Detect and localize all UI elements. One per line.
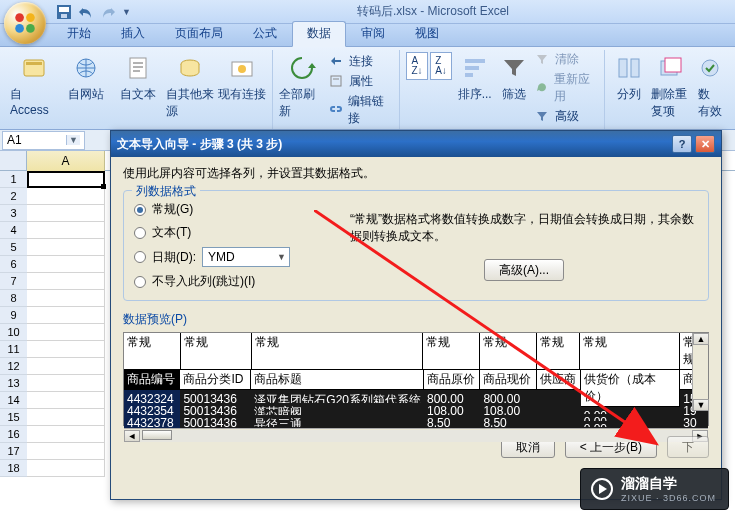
cell[interactable] [27, 460, 105, 477]
filter-button[interactable]: 筛选 [497, 50, 530, 103]
data-validation-button[interactable]: 数有效 [695, 50, 725, 120]
preview-column[interactable]: 商品编号443232444323544432378 [124, 370, 180, 428]
preview-column[interactable]: 商品分类ID500134365001343650013436 [180, 370, 251, 428]
next-button[interactable]: 下 [667, 436, 709, 458]
cell[interactable] [27, 171, 105, 188]
tab-insert[interactable]: 插入 [106, 21, 160, 46]
office-button[interactable] [4, 2, 46, 44]
save-icon[interactable] [56, 4, 72, 20]
existing-conn-button[interactable]: 现有连接 [218, 50, 266, 103]
advanced-filter-button[interactable]: 高级 [535, 108, 598, 125]
text-to-columns-button[interactable]: 分列 [611, 50, 647, 103]
clear-filter-button[interactable]: 清除 [535, 51, 598, 68]
refresh-all-button[interactable]: 全部刷新 [279, 50, 325, 120]
row-header[interactable]: 16 [0, 426, 27, 443]
from-text-button[interactable]: 自文本 [114, 50, 162, 103]
connections-button[interactable]: 连接 [329, 53, 394, 70]
row-header[interactable]: 8 [0, 290, 27, 307]
radio-date[interactable]: 日期(D): YMD▼ [134, 247, 290, 267]
row-header[interactable]: 13 [0, 375, 27, 392]
row-header[interactable]: 3 [0, 205, 27, 222]
row-header[interactable]: 11 [0, 341, 27, 358]
preview-v-scrollbar[interactable]: ▲ ▼ [692, 333, 708, 411]
cell[interactable] [27, 409, 105, 426]
cell[interactable] [27, 324, 105, 341]
sort-desc-button[interactable]: ZA↓ [430, 52, 452, 80]
data-preview[interactable]: 常规常规常规常规常规常规常规常规 商品编号4432324443235444323… [123, 332, 709, 426]
radio-skip[interactable]: 不导入此列(跳过)(I) [134, 273, 290, 290]
row-header[interactable]: 6 [0, 256, 27, 273]
preview-column[interactable]: 商品现价800.00108.008.50 [480, 370, 536, 428]
from-web-button[interactable]: 自网站 [62, 50, 110, 103]
sort-asc-button[interactable]: AZ↓ [406, 52, 428, 80]
from-access-button[interactable]: 自 Access [10, 50, 58, 117]
cell[interactable] [27, 239, 105, 256]
name-box-dropdown-icon[interactable]: ▼ [66, 135, 80, 145]
row-header[interactable]: 5 [0, 239, 27, 256]
reapply-button[interactable]: 重新应用 [535, 71, 598, 105]
row-header[interactable]: 2 [0, 188, 27, 205]
preview-column[interactable]: 商品标题泽亚集团钻石G20系列箱代系统滗芯暗阀异径三通 [251, 370, 424, 428]
row-header[interactable]: 18 [0, 460, 27, 477]
scroll-up-icon[interactable]: ▲ [693, 333, 709, 345]
column-header-a[interactable]: A [27, 151, 105, 171]
name-box[interactable]: A1▼ [2, 131, 85, 150]
radio-text[interactable]: 文本(T) [134, 224, 290, 241]
row-header[interactable]: 15 [0, 409, 27, 426]
row-header[interactable]: 9 [0, 307, 27, 324]
row-header[interactable]: 4 [0, 222, 27, 239]
cell[interactable] [27, 426, 105, 443]
preview-h-scrollbar[interactable]: ◄ ► [124, 428, 708, 442]
cell[interactable] [27, 307, 105, 324]
from-other-button[interactable]: 自其他来源 [166, 50, 214, 120]
cell[interactable] [27, 341, 105, 358]
tab-formulas[interactable]: 公式 [238, 21, 292, 46]
cell[interactable] [27, 222, 105, 239]
cell[interactable] [27, 188, 105, 205]
preview-column-header[interactable]: 常规 [480, 333, 537, 370]
preview-column-header[interactable]: 常规 [124, 333, 181, 370]
cell[interactable] [27, 375, 105, 392]
redo-icon[interactable] [100, 4, 116, 20]
preview-column[interactable]: 供货价（成本价）0.000.000.00 [581, 370, 681, 428]
editlinks-button[interactable]: 编辑链接 [329, 93, 394, 127]
tab-data[interactable]: 数据 [292, 21, 346, 47]
preview-column[interactable]: 商品原价800.00108.008.50 [424, 370, 480, 428]
preview-column-header[interactable]: 常规 [252, 333, 424, 370]
cell[interactable] [27, 256, 105, 273]
cell[interactable] [27, 443, 105, 460]
preview-column-header[interactable]: 常规 [537, 333, 581, 370]
preview-column-header[interactable]: 常规 [580, 333, 680, 370]
scroll-down-icon[interactable]: ▼ [693, 399, 709, 411]
preview-column-header[interactable]: 常规 [181, 333, 252, 370]
help-button[interactable]: ? [672, 135, 692, 153]
cell[interactable] [27, 273, 105, 290]
cell[interactable] [27, 358, 105, 375]
row-header[interactable]: 1 [0, 171, 27, 188]
cell[interactable] [27, 205, 105, 222]
tab-view[interactable]: 视图 [400, 21, 454, 46]
radio-general[interactable]: 常规(G) [134, 201, 290, 218]
row-header[interactable]: 14 [0, 392, 27, 409]
cell[interactable] [27, 392, 105, 409]
date-format-select[interactable]: YMD▼ [202, 247, 290, 267]
dialog-title-bar[interactable]: 文本导入向导 - 步骤 3 (共 3 步) ? ✕ [111, 131, 721, 157]
scroll-thumb[interactable] [142, 430, 172, 440]
tab-review[interactable]: 审阅 [346, 21, 400, 46]
tab-pagelayout[interactable]: 页面布局 [160, 21, 238, 46]
properties-button[interactable]: 属性 [329, 73, 394, 90]
sort-button[interactable]: 排序... [456, 50, 493, 103]
preview-column[interactable]: 供应商 [537, 370, 581, 428]
tab-home[interactable]: 开始 [52, 21, 106, 46]
advanced-button[interactable]: 高级(A)... [484, 259, 564, 281]
row-header[interactable]: 7 [0, 273, 27, 290]
row-header[interactable]: 17 [0, 443, 27, 460]
scroll-left-icon[interactable]: ◄ [124, 430, 140, 442]
row-header[interactable]: 12 [0, 358, 27, 375]
qat-dropdown-icon[interactable]: ▼ [122, 7, 131, 17]
select-all-corner[interactable] [0, 151, 27, 171]
close-button[interactable]: ✕ [695, 135, 715, 153]
preview-column-header[interactable]: 常规 [423, 333, 480, 370]
cell[interactable] [27, 290, 105, 307]
row-header[interactable]: 10 [0, 324, 27, 341]
